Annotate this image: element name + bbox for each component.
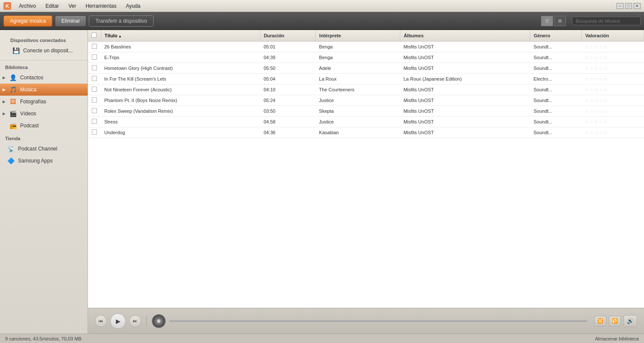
podcast-channel-icon: 📡: [7, 145, 15, 153]
sidebar-item-label: Samsung Apps: [18, 158, 53, 164]
rewind-button[interactable]: ⏮: [95, 315, 107, 327]
row-checkbox[interactable]: [88, 74, 101, 84]
music-icon: 🎵: [9, 86, 17, 93]
table-row: E-Trips 04:39 Benga Misfits UnOST Soundt…: [88, 52, 644, 63]
player-controls-right: 🔀 🔁 🔊: [594, 315, 637, 327]
select-all-checkbox[interactable]: [91, 33, 97, 38]
player-divider: [146, 315, 147, 328]
row-checkbox[interactable]: [88, 52, 101, 63]
search-input[interactable]: [572, 17, 641, 25]
library-section: Biblioteca ▶ 👤 Contactos ▶ 🎵 Música ▶ 🖼 …: [0, 60, 88, 132]
sidebar-item-videos[interactable]: ▶ 🎬 Vídeos: [0, 108, 88, 120]
row-artist: Benga: [316, 52, 400, 63]
col-duration[interactable]: Duración: [260, 30, 315, 42]
row-duration: 04:39: [260, 52, 315, 63]
row-select-checkbox[interactable]: [92, 76, 97, 81]
row-checkbox[interactable]: [88, 127, 101, 138]
music-table: Título Duración Intérprete Álbumes Géner…: [88, 30, 644, 138]
sidebar-item-photos[interactable]: ▶ 🖼 Fotografías: [0, 96, 88, 108]
row-rating[interactable]: ☆☆☆☆☆: [581, 52, 644, 63]
connect-device[interactable]: 💾 Conecte un disposit...: [5, 45, 82, 57]
row-checkbox[interactable]: [88, 95, 101, 106]
row-artist: La Roux: [316, 74, 400, 84]
row-select-checkbox[interactable]: [92, 54, 97, 60]
row-select-checkbox[interactable]: [92, 108, 97, 113]
row-select-checkbox[interactable]: [92, 97, 97, 102]
sidebar-item-label: Podcast: [20, 123, 39, 129]
row-checkbox[interactable]: [88, 63, 101, 74]
row-title: Hometown Glory (High Contrast): [101, 63, 260, 74]
sidebar-item-samsung-apps[interactable]: 🔷 Samsung Apps: [0, 155, 88, 167]
add-music-button[interactable]: Agregar música: [3, 15, 52, 27]
col-artist[interactable]: Intérprete: [316, 30, 400, 42]
row-rating[interactable]: ☆☆☆☆☆: [581, 84, 644, 95]
row-rating[interactable]: ☆☆☆☆☆: [581, 117, 644, 127]
transfer-button[interactable]: Transferir a dispositivo: [89, 15, 153, 27]
delete-button[interactable]: Eliminar: [55, 15, 86, 27]
row-duration: 03:50: [260, 106, 315, 117]
status-bar: 9 canciones, 43.5minutos, 70,03 MB Almac…: [0, 334, 644, 343]
sidebar-item-podcast-channel[interactable]: 📡 Podcast Channel: [0, 143, 88, 155]
window-controls: ─ □ ✕: [617, 3, 641, 9]
row-select-checkbox[interactable]: [92, 87, 97, 92]
row-duration: 05:50: [260, 63, 315, 74]
row-rating[interactable]: ☆☆☆☆☆: [581, 106, 644, 117]
photos-icon: 🖼: [9, 98, 17, 105]
sidebar-item-contacts[interactable]: ▶ 👤 Contactos: [0, 72, 88, 84]
music-table-container[interactable]: Título Duración Intérprete Álbumes Géner…: [88, 30, 644, 308]
forward-button[interactable]: ⏭: [129, 315, 141, 327]
row-checkbox[interactable]: [88, 84, 101, 95]
main-content: Título Duración Intérprete Álbumes Géner…: [88, 30, 644, 334]
row-title: E-Trips: [101, 52, 260, 63]
row-select-checkbox[interactable]: [92, 119, 97, 124]
arrow-icon: ▶: [3, 99, 6, 104]
row-genre: Soundt...: [530, 63, 581, 74]
sidebar-item-podcast[interactable]: ▶ 📻 Podcast: [0, 120, 88, 132]
row-rating[interactable]: ☆☆☆☆☆: [581, 127, 644, 138]
col-rating[interactable]: Valoración: [581, 30, 644, 42]
row-checkbox[interactable]: [88, 117, 101, 127]
row-rating[interactable]: ☆☆☆☆☆: [581, 42, 644, 52]
row-select-checkbox[interactable]: [92, 65, 97, 70]
devices-section-title: Dispositivos conectados: [5, 33, 82, 45]
row-genre: Soundt...: [530, 84, 581, 95]
row-checkbox[interactable]: [88, 106, 101, 117]
maximize-button[interactable]: □: [625, 3, 632, 9]
shuffle-button[interactable]: 🔀: [594, 316, 606, 326]
row-rating[interactable]: ☆☆☆☆☆: [581, 74, 644, 84]
col-album[interactable]: Álbumes: [400, 30, 530, 42]
row-select-checkbox[interactable]: [92, 44, 97, 49]
row-artist: The Courteeners: [316, 84, 400, 95]
row-rating[interactable]: ☆☆☆☆☆: [581, 63, 644, 74]
videos-icon: 🎬: [9, 110, 17, 117]
volume-button[interactable]: 🔊: [623, 315, 637, 327]
menu-ver[interactable]: Ver: [64, 2, 80, 10]
row-rating[interactable]: ☆☆☆☆☆: [581, 95, 644, 106]
album-art: [152, 314, 166, 328]
row-title: Not Nineteen Forever (Acoustic): [101, 84, 260, 95]
menu-editar[interactable]: Editar: [41, 2, 63, 10]
col-genre[interactable]: Género: [530, 30, 581, 42]
menu-herramientas[interactable]: Herramientas: [81, 2, 121, 10]
list-view-button[interactable]: ☰: [541, 16, 553, 26]
close-button[interactable]: ✕: [634, 3, 641, 9]
row-album: Misfits UnOST: [400, 52, 530, 63]
play-button[interactable]: ▶: [110, 313, 126, 329]
app-logo: K: [3, 2, 11, 10]
progress-bar[interactable]: [169, 320, 587, 322]
row-title: Stress: [101, 117, 260, 127]
repeat-button[interactable]: 🔁: [609, 316, 621, 326]
sidebar-item-music[interactable]: ▶ 🎵 Música: [0, 84, 88, 96]
podcast-icon: 📻: [9, 122, 17, 129]
table-row: Hometown Glory (High Contrast) 05:50 Ade…: [88, 63, 644, 74]
col-title[interactable]: Título: [101, 30, 260, 42]
row-artist: Kasabian: [316, 127, 400, 138]
col-checkbox[interactable]: [88, 30, 101, 42]
row-select-checkbox[interactable]: [92, 129, 97, 135]
samsung-apps-icon: 🔷: [7, 157, 15, 165]
row-checkbox[interactable]: [88, 42, 101, 52]
menu-archivo[interactable]: Archivo: [15, 2, 40, 10]
minimize-button[interactable]: ─: [617, 3, 623, 9]
menu-ayuda[interactable]: Ayuda: [121, 2, 145, 10]
grid-view-button[interactable]: ⊞: [554, 16, 566, 26]
